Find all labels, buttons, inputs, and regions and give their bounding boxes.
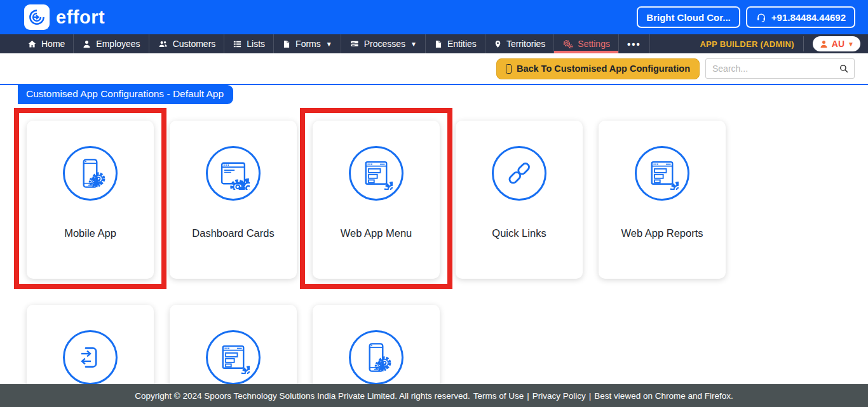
nav-item-customers[interactable]: Customers (149, 34, 225, 53)
caret-down-icon: ▼ (848, 41, 854, 48)
nav-item-home[interactable]: Home (19, 34, 74, 53)
card-web-app-menu[interactable]: Web App Menu (313, 121, 440, 279)
transfer-icon (63, 330, 118, 385)
card-dashboard-cards[interactable]: Dashboard Cards (170, 121, 297, 279)
back-to-config-button[interactable]: Back To Customised App Configuration (496, 58, 700, 79)
search-input[interactable] (705, 58, 855, 79)
search-icon (838, 63, 850, 74)
back-button-label: Back To Customised App Configuration (517, 63, 690, 74)
nav-item-label: Employees (96, 39, 140, 49)
link-icon (492, 146, 546, 201)
main-navbar: Home Employees Customers (0, 34, 868, 53)
app-page: effort Bright Cloud Cor... +91.84484.446… (0, 0, 868, 407)
footer-separator: | (527, 391, 529, 401)
card-web-app-reports[interactable]: Web App Reports (599, 121, 726, 279)
terms-of-use-link[interactable]: Terms of Use (473, 391, 524, 401)
nav-item-label: Lists (247, 39, 265, 49)
top-header: effort Bright Cloud Cor... +91.84484.446… (0, 0, 868, 34)
search-box (705, 58, 855, 79)
nav-item-territories[interactable]: Territories (485, 34, 554, 53)
card-label: Mobile App (64, 227, 116, 239)
best-viewed-text: Best viewed on Chrome and Firefox. (594, 391, 733, 401)
mobile-gears-icon (63, 146, 118, 201)
search-button[interactable] (836, 61, 852, 76)
page-toolbar: Back To Customised App Configuration (0, 53, 868, 85)
headset-icon (756, 11, 767, 23)
nav-item-label: Customers (173, 39, 216, 49)
gears-icon (562, 39, 573, 50)
nav-item-entities[interactable]: Entities (426, 34, 485, 53)
caret-down-icon: ▼ (326, 41, 332, 48)
card-label: Dashboard Cards (192, 227, 274, 239)
browser-menu-gear-icon (349, 146, 403, 201)
nav-item-more[interactable]: ••• (619, 34, 650, 53)
nav-item-label: Forms (295, 39, 321, 49)
support-phone-button[interactable]: +91.84484.44692 (746, 6, 855, 28)
list-icon (233, 39, 242, 49)
card-label: Quick Links (492, 227, 546, 239)
users-icon (158, 39, 168, 49)
stack-icon (349, 39, 360, 49)
nav-item-forms[interactable]: Forms ▼ (274, 34, 341, 53)
file-icon (434, 39, 443, 49)
effort-logo-icon[interactable] (24, 4, 50, 30)
company-button[interactable]: Bright Cloud Cor... (637, 6, 740, 28)
page-title-ribbon: Customised App Configurations - Default … (18, 85, 233, 104)
footer-separator: | (589, 391, 592, 401)
nav-item-label: Settings (578, 39, 610, 49)
user-avatar-icon (819, 39, 829, 49)
caret-down-icon: ▼ (410, 41, 417, 48)
support-phone-label: +91.84484.44692 (771, 12, 846, 23)
map-pin-icon (494, 39, 502, 49)
card-label: Web App Menu (341, 227, 412, 239)
home-icon (27, 39, 37, 49)
card-mobile-app[interactable]: Mobile App (27, 121, 154, 279)
nav-item-label: Territories (506, 39, 545, 49)
browser-menu-gear-icon (206, 330, 261, 385)
ellipsis-icon: ••• (627, 39, 641, 50)
config-cards-row-1: Mobile App Dashboard Cards Web App Menu (0, 121, 868, 279)
nav-item-label: Entities (447, 39, 477, 49)
role-badge: APP BUILDER (ADMIN) (700, 39, 794, 49)
mobile-icon (506, 64, 512, 74)
file-icon (282, 39, 291, 49)
nav-item-processes[interactable]: Processes ▼ (341, 34, 426, 53)
card-quick-links[interactable]: Quick Links (456, 121, 583, 279)
company-button-label: Bright Cloud Cor... (646, 12, 731, 23)
user-icon (82, 39, 92, 49)
mobile-gears-icon (349, 330, 403, 385)
copyright-text: Copyright © 2024 Spoors Technology Solut… (135, 391, 470, 401)
footer-bar: Copyright © 2024 Spoors Technology Solut… (0, 384, 868, 407)
card-label: Web App Reports (621, 227, 703, 239)
nav-item-label: Home (41, 39, 65, 49)
browser-menu-gear-icon (635, 146, 689, 201)
nav-item-settings[interactable]: Settings (554, 34, 619, 53)
nav-item-lists[interactable]: Lists (224, 34, 274, 53)
browser-gears-icon (206, 146, 261, 201)
privacy-policy-link[interactable]: Privacy Policy (532, 391, 586, 401)
brand-name: effort (56, 7, 105, 28)
nav-item-label: Processes (364, 39, 405, 49)
user-initials: AU (832, 39, 844, 49)
nav-item-employees[interactable]: Employees (74, 34, 149, 53)
user-menu-button[interactable]: AU ▼ (813, 36, 860, 51)
